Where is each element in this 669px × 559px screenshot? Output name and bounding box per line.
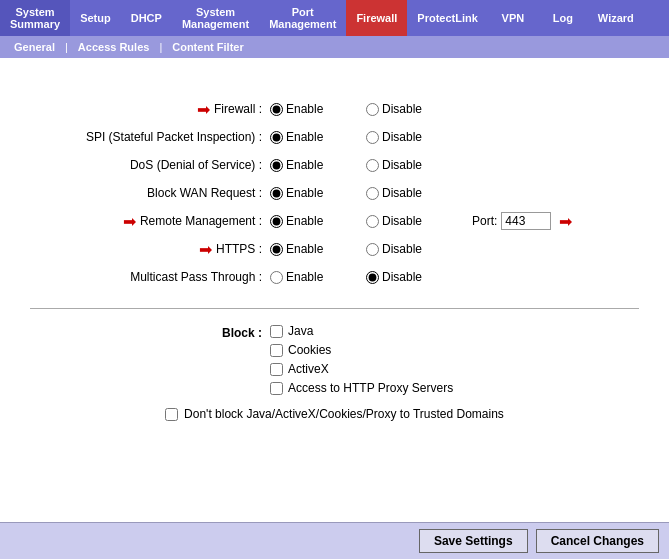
- dos-enable-option: Enable: [270, 158, 360, 172]
- https-disable-option: Disable: [366, 242, 456, 256]
- dos-disable-option: Disable: [366, 158, 456, 172]
- firewall-enable-radio[interactable]: [270, 103, 283, 116]
- proxy-label[interactable]: Access to HTTP Proxy Servers: [288, 381, 453, 395]
- block-wan-radio-group: Enable Disable: [270, 186, 456, 200]
- spi-radio-group: Enable Disable: [270, 130, 456, 144]
- port-label: Port:: [472, 214, 497, 228]
- nav-vpn[interactable]: VPN: [488, 0, 538, 36]
- spi-row: SPI (Stateful Packet Inspection) : Enabl…: [30, 126, 639, 148]
- nav-setup[interactable]: Setup: [70, 0, 121, 36]
- remote-mgmt-enable-radio[interactable]: [270, 215, 283, 228]
- https-disable-radio[interactable]: [366, 243, 379, 256]
- multicast-enable-radio[interactable]: [270, 271, 283, 284]
- dos-enable-radio[interactable]: [270, 159, 283, 172]
- cookies-label[interactable]: Cookies: [288, 343, 331, 357]
- activex-label[interactable]: ActiveX: [288, 362, 329, 376]
- subnav-content-filter[interactable]: Content Filter: [164, 39, 252, 55]
- port-section: Port: ➡: [472, 212, 572, 231]
- spi-disable-option: Disable: [366, 130, 456, 144]
- dos-label: DoS (Denial of Service) :: [30, 158, 270, 172]
- subnav-access-rules[interactable]: Access Rules: [70, 39, 158, 55]
- nav-firewall[interactable]: Firewall: [346, 0, 407, 36]
- nav-system-summary[interactable]: SystemSummary: [0, 0, 70, 36]
- remote-mgmt-arrow-icon: ➡: [123, 212, 136, 231]
- block-wan-enable-label[interactable]: Enable: [286, 186, 323, 200]
- multicast-disable-label[interactable]: Disable: [382, 270, 422, 284]
- block-wan-enable-radio[interactable]: [270, 187, 283, 200]
- section-divider: [30, 308, 639, 309]
- block-section: Block : Java Cookies ActiveX Access to H…: [30, 324, 639, 395]
- firewall-enable-label[interactable]: Enable: [286, 102, 323, 116]
- https-arrow-icon: ➡: [199, 240, 212, 259]
- main-content: ➡ Firewall : Enable Disable SPI (Statefu…: [0, 58, 669, 441]
- cookies-checkbox-item: Cookies: [270, 343, 453, 357]
- dos-enable-label[interactable]: Enable: [286, 158, 323, 172]
- activex-checkbox[interactable]: [270, 363, 283, 376]
- trusted-domains-label[interactable]: Don't block Java/ActiveX/Cookies/Proxy t…: [184, 407, 504, 421]
- dos-row: DoS (Denial of Service) : Enable Disable: [30, 154, 639, 176]
- activex-checkbox-item: ActiveX: [270, 362, 453, 376]
- block-wan-disable-radio[interactable]: [366, 187, 379, 200]
- nav-wizard[interactable]: Wizard: [588, 0, 644, 36]
- https-enable-radio[interactable]: [270, 243, 283, 256]
- proxy-checkbox[interactable]: [270, 382, 283, 395]
- block-row: Block : Java Cookies ActiveX Access to H…: [30, 324, 639, 395]
- multicast-disable-option: Disable: [366, 270, 456, 284]
- trusted-domains-row: Don't block Java/ActiveX/Cookies/Proxy t…: [30, 407, 639, 421]
- port-arrow-icon: ➡: [559, 212, 572, 231]
- remote-management-label: ➡ Remote Management :: [30, 212, 270, 231]
- multicast-row: Multicast Pass Through : Enable Disable: [30, 266, 639, 288]
- multicast-radio-group: Enable Disable: [270, 270, 456, 284]
- https-label: ➡ HTTPS :: [30, 240, 270, 259]
- cookies-checkbox[interactable]: [270, 344, 283, 357]
- spi-disable-label[interactable]: Disable: [382, 130, 422, 144]
- block-label: Block :: [30, 324, 270, 340]
- remote-mgmt-radio-group: Enable Disable Port: ➡: [270, 212, 572, 231]
- port-input[interactable]: [501, 212, 551, 230]
- spi-disable-radio[interactable]: [366, 131, 379, 144]
- https-radio-group: Enable Disable: [270, 242, 456, 256]
- settings-section: ➡ Firewall : Enable Disable SPI (Statefu…: [30, 98, 639, 288]
- spi-label: SPI (Stateful Packet Inspection) :: [30, 130, 270, 144]
- multicast-enable-option: Enable: [270, 270, 360, 284]
- multicast-enable-label[interactable]: Enable: [286, 270, 323, 284]
- nav-dhcp[interactable]: DHCP: [121, 0, 172, 36]
- nav-port-management[interactable]: PortManagement: [259, 0, 346, 36]
- nav-protectlink[interactable]: ProtectLink: [407, 0, 488, 36]
- java-checkbox-item: Java: [270, 324, 453, 338]
- block-wan-enable-option: Enable: [270, 186, 360, 200]
- subnav-general[interactable]: General: [6, 39, 63, 55]
- firewall-disable-label[interactable]: Disable: [382, 102, 422, 116]
- firewall-radio-group: Enable Disable: [270, 102, 456, 116]
- remote-mgmt-disable-label[interactable]: Disable: [382, 214, 422, 228]
- dos-radio-group: Enable Disable: [270, 158, 456, 172]
- block-checkbox-list: Java Cookies ActiveX Access to HTTP Prox…: [270, 324, 453, 395]
- block-wan-disable-label[interactable]: Disable: [382, 186, 422, 200]
- remote-management-row: ➡ Remote Management : Enable Disable Por…: [30, 210, 639, 232]
- remote-mgmt-enable-option: Enable: [270, 214, 360, 228]
- nav-system-management[interactable]: SystemManagement: [172, 0, 259, 36]
- remote-mgmt-disable-option: Disable: [366, 214, 456, 228]
- java-checkbox[interactable]: [270, 325, 283, 338]
- block-wan-row: Block WAN Request : Enable Disable: [30, 182, 639, 204]
- firewall-enable-option: Enable: [270, 102, 360, 116]
- nav-log[interactable]: Log: [538, 0, 588, 36]
- https-enable-label[interactable]: Enable: [286, 242, 323, 256]
- multicast-disable-radio[interactable]: [366, 271, 379, 284]
- dos-disable-radio[interactable]: [366, 159, 379, 172]
- java-label[interactable]: Java: [288, 324, 313, 338]
- remote-mgmt-enable-label[interactable]: Enable: [286, 214, 323, 228]
- remote-mgmt-disable-radio[interactable]: [366, 215, 379, 228]
- spi-enable-option: Enable: [270, 130, 360, 144]
- multicast-label: Multicast Pass Through :: [30, 270, 270, 284]
- save-settings-button[interactable]: Save Settings: [419, 529, 528, 553]
- https-disable-label[interactable]: Disable: [382, 242, 422, 256]
- spi-enable-radio[interactable]: [270, 131, 283, 144]
- dos-disable-label[interactable]: Disable: [382, 158, 422, 172]
- firewall-arrow-icon: ➡: [197, 100, 210, 119]
- spi-enable-label[interactable]: Enable: [286, 130, 323, 144]
- trusted-domains-checkbox[interactable]: [165, 408, 178, 421]
- firewall-disable-radio[interactable]: [366, 103, 379, 116]
- firewall-disable-option: Disable: [366, 102, 456, 116]
- cancel-changes-button[interactable]: Cancel Changes: [536, 529, 659, 553]
